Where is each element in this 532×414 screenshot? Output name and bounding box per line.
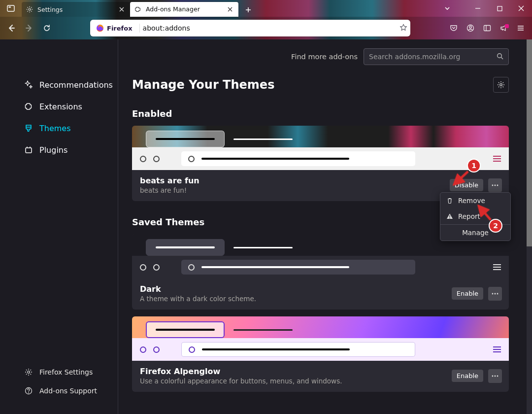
theme-description: Use a colorful appearance for buttons, m… [140,377,447,385]
find-more-bar: Find more add-ons Search addons.mozilla.… [132,39,509,74]
section-title-enabled: Enabled [132,108,509,119]
arrow-left-icon [7,24,15,32]
dots-icon [492,375,499,377]
svg-point-46 [492,184,494,186]
search-addons-input[interactable]: Search addons.mozilla.org [364,48,509,65]
svg-line-29 [26,370,27,370]
tab-label: Settings [37,6,63,13]
nav-toolbar: Firefox about:addons [0,17,532,39]
urlbar-separator [139,24,140,33]
theme-name: Dark [140,284,447,294]
sidebar-item-themes[interactable]: Themes [0,117,118,139]
svg-rect-21 [26,148,32,153]
search-icon [497,53,503,61]
account-button[interactable] [463,21,478,35]
svg-line-42 [499,82,499,83]
annotation-badge-1: 1 [467,159,481,172]
sidebar-item-recommendations[interactable]: Recommendations [0,74,118,96]
url-bar[interactable]: Firefox about:addons [90,20,410,36]
svg-point-35 [498,53,502,58]
svg-point-37 [500,84,502,86]
help-icon [24,386,33,396]
plugin-icon [24,145,33,155]
window-minimize-button[interactable] [467,1,489,16]
page-header: Manage Your Themes [132,77,509,93]
more-options-button[interactable] [488,369,502,383]
sidebar-item-extensions[interactable]: Extensions [0,96,118,117]
close-icon [228,7,233,12]
identity-box[interactable]: Firefox [92,23,136,33]
svg-point-51 [497,293,499,294]
theme-preview[interactable] [132,126,509,170]
sidebar-item-addons-support[interactable]: Add-ons Support [0,381,118,400]
sidebar-item-plugins[interactable]: Plugins [0,139,118,161]
more-options-button[interactable] [488,287,502,301]
extension-icon [134,5,142,13]
account-icon [466,24,474,32]
sidebar-label: Plugins [39,145,67,155]
reload-button[interactable] [39,21,54,35]
svg-rect-16 [484,26,491,31]
tab-strip: Settings Add-ons Manager [0,0,532,17]
svg-line-9 [28,11,28,11]
arrow-right-icon [25,24,33,32]
svg-line-30 [31,374,31,375]
forward-button[interactable] [22,21,36,35]
context-menu-remove[interactable]: Remove [440,193,510,208]
tab-close-button[interactable] [226,5,234,14]
whats-new-button[interactable] [497,21,511,35]
svg-line-8 [31,11,32,11]
svg-point-56 [449,217,450,218]
back-button[interactable] [4,21,19,35]
tab-strip-spaces-button[interactable] [0,0,22,17]
minimize-icon [475,5,481,11]
theme-preview[interactable] [132,316,509,361]
app-menu-button-extra[interactable] [480,21,495,35]
app-menu-button[interactable] [513,21,528,35]
find-more-label: Find more add-ons [291,53,358,61]
bookmark-star-button[interactable] [399,24,407,33]
page-settings-button[interactable] [493,77,509,93]
toolbar-right-icons [446,21,528,35]
window-maximize-button[interactable] [489,1,510,16]
svg-line-32 [31,370,31,370]
pocket-icon [450,24,458,32]
sidebar-item-firefox-settings[interactable]: Firefox Settings [0,363,118,381]
brush-icon [24,123,33,133]
maximize-icon [497,6,502,11]
svg-line-7 [28,7,28,8]
sidebar: Recommendations Extensions Themes Plugin… [0,39,118,414]
tab-addons-manager[interactable]: Add-ons Manager [130,2,238,17]
scrollbar[interactable] [527,39,532,414]
tab-settings[interactable]: Settings [22,2,130,17]
sidebar-label: Add-ons Support [39,387,97,395]
new-tab-button[interactable] [241,3,255,17]
svg-point-54 [497,375,499,377]
firefox-icon [96,24,104,32]
close-icon [518,5,524,11]
enable-button[interactable]: Enable [452,370,483,382]
svg-point-49 [492,293,494,294]
warning-icon [446,213,453,220]
reload-icon [43,24,51,32]
sidebar-label: Recommendations [39,80,113,90]
sidebar-label: Themes [39,124,71,133]
gear-icon [497,81,505,89]
star-icon [399,24,407,32]
svg-point-34 [28,392,29,393]
window-close-button[interactable] [510,1,532,16]
gear-icon [26,5,33,13]
annotation-arrow-1 [451,170,471,191]
scrollbar-thumb[interactable] [527,39,532,246]
save-to-pocket-button[interactable] [446,21,461,35]
panel-icon [483,24,491,32]
search-placeholder: Search addons.mozilla.org [369,53,460,61]
close-icon [119,7,124,12]
more-options-button[interactable] [488,178,502,192]
identity-label: Firefox [107,25,133,32]
list-all-tabs-button[interactable] [436,1,458,16]
enable-button[interactable]: Enable [452,287,483,300]
tab-close-button[interactable] [117,5,126,14]
annotation-badge-2: 2 [489,219,502,233]
theme-card-dark: Dark A theme with a dark color scheme. E… [132,234,509,310]
